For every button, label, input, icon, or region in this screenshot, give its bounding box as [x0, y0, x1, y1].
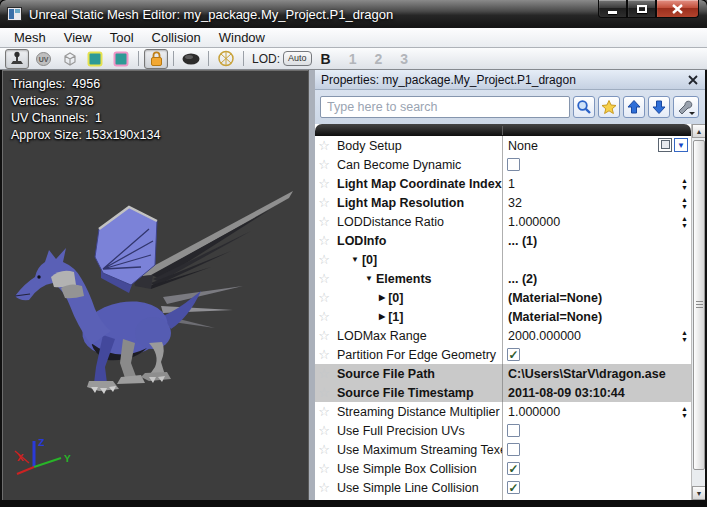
favorite-star-icon[interactable]: ☆	[315, 138, 333, 153]
expand-arrow-icon[interactable]: ▶	[379, 293, 385, 302]
property-row[interactable]: ☆Can Become Dynamic	[315, 155, 691, 174]
maximize-button[interactable]	[627, 0, 656, 18]
lock-selection-button[interactable]	[144, 49, 168, 69]
lod-button-1[interactable]: 1	[349, 51, 357, 67]
spinner-control[interactable]: ▲▼	[681, 215, 688, 229]
property-row[interactable]: ☆Streaming Distance Multiplier1.000000▲▼	[315, 402, 691, 421]
collision-view-button[interactable]	[214, 49, 238, 69]
property-value[interactable]	[502, 250, 691, 269]
menu-item-mesh[interactable]: Mesh	[5, 30, 55, 45]
checkbox-checked[interactable]	[507, 462, 520, 475]
property-row[interactable]: ☆▶[0](Material=None)	[315, 288, 691, 307]
property-value[interactable]: 2011-08-09 03:10:44	[502, 383, 691, 402]
chunk-b-button[interactable]	[109, 49, 133, 69]
favorite-star-icon[interactable]: ☆	[315, 271, 333, 286]
checkbox-unchecked[interactable]	[507, 158, 520, 171]
favorite-star-icon[interactable]: ☆	[315, 252, 333, 267]
property-value[interactable]: None▼	[502, 136, 691, 155]
menu-item-view[interactable]: View	[55, 30, 101, 45]
property-value[interactable]	[502, 345, 691, 364]
favorite-star-icon[interactable]: ☆	[315, 195, 333, 210]
property-row[interactable]: ☆▼[0]	[315, 250, 691, 269]
property-value[interactable]: 2000.000000▲▼	[502, 326, 691, 345]
checkbox-checked[interactable]	[507, 481, 520, 494]
properties-close-button[interactable]	[686, 73, 700, 87]
lod-auto-button[interactable]: Auto	[283, 51, 312, 66]
favorite-star-icon[interactable]: ☆	[315, 480, 333, 495]
property-row[interactable]: ☆LODInfo... (1)	[315, 231, 691, 250]
camera-nav-button[interactable]	[5, 49, 29, 69]
spinner-control[interactable]: ▲▼	[681, 196, 688, 210]
property-value[interactable]: ... (1)	[502, 231, 691, 250]
favorite-star-icon[interactable]: ☆	[315, 423, 333, 438]
property-row[interactable]: ☆▼Elements... (2)	[315, 269, 691, 288]
lod-button-b[interactable]: B	[321, 51, 331, 67]
uv-view-button[interactable]: UV	[31, 49, 55, 69]
options-button[interactable]	[673, 96, 699, 118]
property-row[interactable]: ☆LODMax Range2000.000000▲▼	[315, 326, 691, 345]
panel-splitter[interactable]	[308, 70, 315, 500]
property-value[interactable]: ... (2)	[502, 269, 691, 288]
search-button[interactable]	[573, 96, 595, 118]
property-row[interactable]: ☆Source File Timestamp2011-08-09 03:10:4…	[315, 383, 691, 402]
property-value[interactable]: 1▲▼	[502, 174, 691, 193]
favorite-star-icon[interactable]: ☆	[315, 404, 333, 419]
menu-item-window[interactable]: Window	[210, 30, 274, 45]
favorite-star-icon[interactable]: ☆	[315, 233, 333, 248]
property-value[interactable]: 1.000000▲▼	[502, 212, 691, 231]
viewport-3d[interactable]: Triangles: 4956Vertices: 3736UV Channels…	[2, 70, 308, 500]
collapse-arrow-icon[interactable]: ▼	[365, 274, 373, 283]
chunk-a-button[interactable]	[83, 49, 107, 69]
favorite-star-icon[interactable]: ☆	[315, 461, 333, 476]
checkbox-unchecked[interactable]	[507, 424, 520, 437]
scroll-up-button[interactable]: ▲	[692, 124, 706, 138]
scrollbar-thumb[interactable]	[693, 140, 705, 470]
property-row[interactable]: ☆Use Full Precision UVs	[315, 421, 691, 440]
favorite-star-icon[interactable]: ☆	[315, 290, 333, 305]
property-value[interactable]	[502, 440, 691, 459]
lod-button-3[interactable]: 3	[400, 51, 408, 67]
property-value[interactable]: (Material=None)	[502, 288, 691, 307]
favorite-star-icon[interactable]: ☆	[315, 442, 333, 457]
spinner-control[interactable]: ▲▼	[681, 405, 688, 419]
property-row[interactable]: ☆Use Maximum Streaming Texel R	[315, 440, 691, 459]
scroll-down-button[interactable]: ▼	[692, 486, 706, 500]
property-row[interactable]: ☆▶[1](Material=None)	[315, 307, 691, 326]
favorite-star-icon[interactable]: ☆	[315, 385, 333, 400]
property-value[interactable]: C:\Users\StarV\dragon.ase	[502, 364, 691, 383]
property-value[interactable]	[502, 421, 691, 440]
dropdown-arrow-icon[interactable]: ▼	[674, 138, 688, 152]
favorites-button[interactable]	[598, 96, 620, 118]
vertical-scrollbar[interactable]: ▲ ▼	[691, 124, 705, 500]
checkbox-checked[interactable]	[507, 348, 520, 361]
favorite-star-icon[interactable]: ☆	[315, 309, 333, 324]
minimize-button[interactable]	[598, 0, 627, 18]
favorite-star-icon[interactable]: ☆	[315, 328, 333, 343]
favorite-star-icon[interactable]: ☆	[315, 214, 333, 229]
property-row[interactable]: ☆Use Simple Box Collision	[315, 459, 691, 478]
property-row[interactable]: ☆Body SetupNone▼	[315, 136, 691, 155]
favorite-star-icon[interactable]: ☆	[315, 347, 333, 362]
property-row[interactable]: ☆LODDistance Ratio1.000000▲▼	[315, 212, 691, 231]
find-prev-button[interactable]	[623, 96, 645, 118]
menu-item-tool[interactable]: Tool	[101, 30, 143, 45]
find-next-button[interactable]	[648, 96, 670, 118]
close-button[interactable]	[656, 0, 699, 18]
property-value[interactable]: 1.000000▲▼	[502, 402, 691, 421]
property-row[interactable]: ☆Light Map Coordinate Index1▲▼	[315, 174, 691, 193]
favorite-star-icon[interactable]: ☆	[315, 157, 333, 172]
property-value[interactable]: 32▲▼	[502, 193, 691, 212]
property-value[interactable]	[502, 478, 691, 497]
menu-item-collision[interactable]: Collision	[143, 30, 210, 45]
favorite-star-icon[interactable]: ☆	[315, 176, 333, 191]
checkbox-unchecked[interactable]	[507, 443, 520, 456]
property-value[interactable]: (Material=None)	[502, 307, 691, 326]
search-input[interactable]	[320, 96, 570, 118]
property-value[interactable]	[502, 155, 691, 174]
realtime-camera-button[interactable]	[179, 49, 203, 69]
favorite-star-icon[interactable]: ☆	[315, 366, 333, 381]
spinner-control[interactable]: ▲▼	[681, 329, 688, 343]
use-selected-icon[interactable]	[658, 138, 672, 152]
wireframe-button[interactable]	[57, 49, 81, 69]
property-row[interactable]: ☆Use Simple Line Collision	[315, 478, 691, 497]
